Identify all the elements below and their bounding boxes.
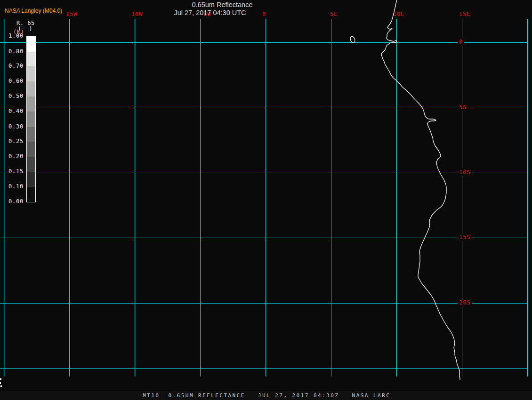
colorbar-segment <box>27 172 35 187</box>
lat-label-15s: 15S <box>458 233 472 241</box>
lon-label-5e: 5E <box>330 11 338 17</box>
colorbar-segment <box>27 96 35 112</box>
colorbar-segment <box>27 157 35 172</box>
colorbar-segment <box>27 81 35 96</box>
colorbar-units-k: (K) <box>13 29 24 35</box>
edge-speck <box>0 378 1 380</box>
lat-lon-gridlines <box>0 19 527 376</box>
lon-label-0: 0 <box>262 11 266 17</box>
lat-label-0: 0 <box>458 38 464 46</box>
lon-label-10w: 10W <box>131 11 143 17</box>
credit-label: NASA Langley (M04.0) <box>5 8 62 14</box>
status-bar-text: MT10 0.65UM REFLECTANCE JUL 27, 2017 04:… <box>143 391 390 400</box>
lon-label-15e: 15E <box>459 11 471 17</box>
plot-title: 0.65um Reflectance <box>192 1 253 8</box>
lat-label-10s: 10S <box>458 168 472 176</box>
colorbar-segment <box>27 142 35 157</box>
map-canvas <box>0 0 532 400</box>
colorbar-segment <box>27 187 35 202</box>
colorbar-segment <box>27 127 35 142</box>
colorbar-segment <box>27 112 35 127</box>
lat-label-20s: 20S <box>458 299 472 306</box>
edge-speck <box>0 385 2 387</box>
colorbar-segment <box>27 52 35 66</box>
lon-label-10e: 10E <box>393 11 405 17</box>
lon-label-15w: 15W <box>66 11 78 17</box>
africa-west-coastline <box>381 0 460 380</box>
status-bar: MT10 0.65UM REFLECTANCE JUL 27, 2017 04:… <box>0 391 532 400</box>
colorbar-segment <box>27 66 35 81</box>
lat-label-5s: 5S <box>458 104 468 111</box>
colorbar-gradient-bar <box>26 36 36 202</box>
satellite-reflectance-plot: NASA Langley (M04.0) 0.65um Reflectance … <box>0 0 532 400</box>
colorbar-segment <box>27 36 35 52</box>
plot-timestamp: Jul 27, 2017 04:30 UTC <box>174 9 246 16</box>
edge-speck <box>0 382 1 384</box>
